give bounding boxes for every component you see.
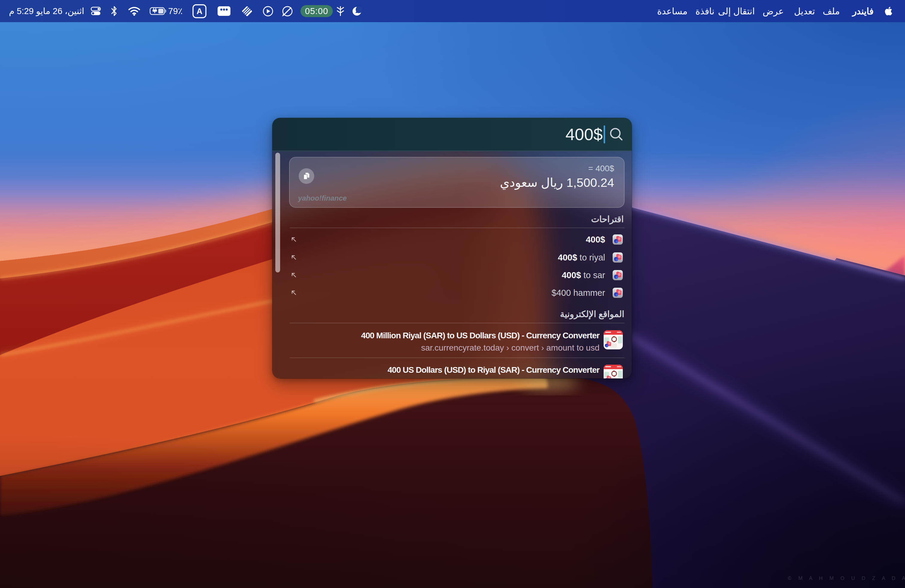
svg-text:A: A — [197, 7, 203, 16]
